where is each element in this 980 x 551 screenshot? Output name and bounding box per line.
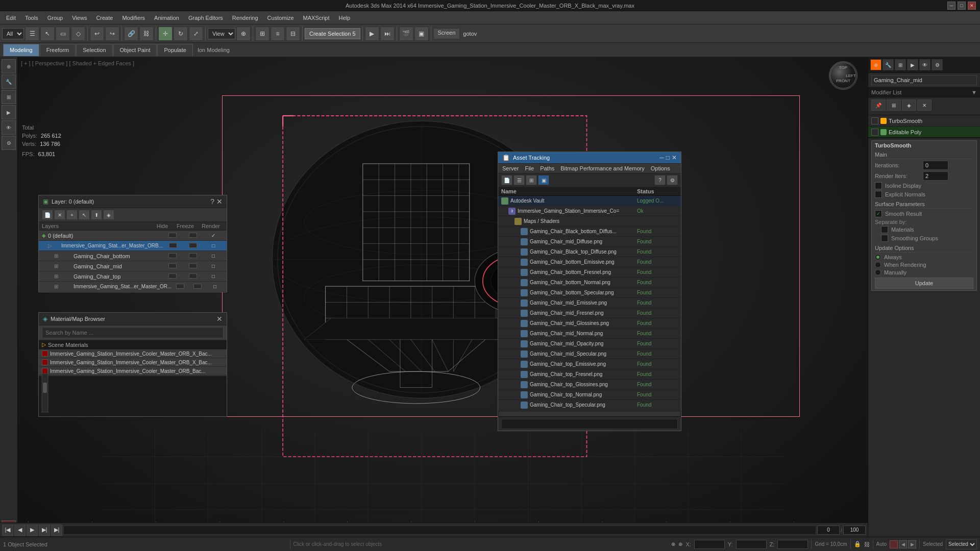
- menu-create[interactable]: Create: [92, 14, 117, 22]
- menu-rendering[interactable]: Rendering: [228, 14, 262, 22]
- time-slider[interactable]: [63, 525, 816, 535]
- modifier-turbosmooth[interactable]: TurboSmooth: [868, 115, 980, 127]
- next-key-btn[interactable]: ▶: [908, 540, 916, 548]
- asset-row-maps[interactable]: Maps / Shaders: [498, 216, 681, 227]
- freeze-check-3[interactable]: [189, 263, 197, 268]
- make-unique-btn[interactable]: ◈: [902, 99, 916, 111]
- x-coord-input[interactable]: [694, 540, 725, 549]
- undo-btn[interactable]: ↩: [90, 27, 104, 41]
- freeze-check-2[interactable]: [189, 253, 197, 258]
- y-coord-input[interactable]: [736, 540, 767, 549]
- asset-minimize-btn[interactable]: ─: [659, 154, 664, 161]
- menu-edit[interactable]: Edit: [2, 14, 20, 22]
- layer-help-btn[interactable]: ?: [210, 197, 214, 206]
- layer-row-1[interactable]: ▷ Immersive_Gaming_Stat...er_Master_ORB.…: [39, 241, 227, 251]
- remove-modifier-btn[interactable]: ✕: [917, 99, 932, 111]
- menu-tools[interactable]: Tools: [21, 14, 42, 22]
- menu-modifiers[interactable]: Modifiers: [118, 14, 149, 22]
- pivot-btn[interactable]: ⊕: [236, 27, 251, 41]
- editable-poly-enable-check[interactable]: [871, 129, 878, 136]
- asset-details-btn[interactable]: ⊞: [526, 175, 537, 185]
- material-item-1[interactable]: Immersive_Gaming_Station_Immersive_Coole…: [39, 358, 227, 367]
- layer-row-4[interactable]: ⊞ Gaming_Chair_top □: [39, 271, 227, 282]
- menu-animation[interactable]: Animation: [150, 14, 183, 22]
- render-btn[interactable]: ▣: [414, 27, 429, 41]
- layer-new-btn[interactable]: 📄: [42, 210, 53, 220]
- nav-cube[interactable]: TOP FRONT LEFT: [829, 61, 862, 94]
- iterations-input[interactable]: [923, 161, 948, 170]
- hide-check-3[interactable]: [168, 263, 177, 268]
- layer-close-btn[interactable]: ✕: [216, 197, 223, 206]
- quick-align-btn[interactable]: ⊟: [286, 27, 300, 41]
- material-scroll-btn[interactable]: [41, 372, 49, 414]
- hide-check-2[interactable]: [168, 253, 177, 258]
- material-item-2[interactable]: Immersive_Gaming_Station_Immersive_Coole…: [39, 367, 227, 375]
- always-radio[interactable]: [875, 254, 881, 260]
- asset-menu-paths[interactable]: Paths: [539, 165, 555, 172]
- tab-freeform[interactable]: Freeform: [40, 44, 76, 56]
- render-check-4[interactable]: □: [212, 273, 215, 279]
- layer-row-3[interactable]: ⊞ Gaming_Chair_mid □: [39, 261, 227, 271]
- layer-add-btn[interactable]: +: [66, 210, 78, 220]
- asset-row-vault[interactable]: Autodesk Vault Logged O...: [498, 196, 681, 206]
- asset-row-f12[interactable]: Gaming_Chair_mid_Specular.png Found: [498, 349, 681, 359]
- asset-row-f16[interactable]: Gaming_Chair_top_Normal.png Found: [498, 390, 681, 400]
- link-btn[interactable]: 🔗: [124, 27, 138, 41]
- asset-row-f10[interactable]: Gaming_Chair_mid_Normal.png Found: [498, 329, 681, 339]
- redo-btn[interactable]: ↪: [105, 27, 119, 41]
- maximize-button[interactable]: □: [958, 2, 966, 10]
- render-check-5[interactable]: □: [213, 284, 216, 289]
- asset-path-input[interactable]: [501, 419, 678, 429]
- rotate-btn[interactable]: ↻: [174, 27, 188, 41]
- display-tab-btn[interactable]: 👁: [2, 120, 16, 135]
- asset-grid-btn[interactable]: ▣: [538, 175, 549, 185]
- display-panel-btn[interactable]: 👁: [919, 59, 930, 70]
- play-btn[interactable]: ▶: [365, 27, 379, 41]
- layer-select-btn[interactable]: ↖: [79, 210, 90, 220]
- asset-new-btn[interactable]: 📄: [501, 175, 512, 185]
- materials-checkbox[interactable]: [881, 226, 888, 233]
- menu-help[interactable]: Help: [335, 14, 355, 22]
- asset-menu-options[interactable]: Options: [650, 165, 671, 172]
- play-anim-btn[interactable]: ▶: [27, 524, 38, 536]
- isoline-checkbox[interactable]: [875, 182, 882, 189]
- asset-row-f3[interactable]: Gaming_Chair_bottom_Emissive.png Found: [498, 257, 681, 267]
- create-panel-btn[interactable]: ⊕: [870, 59, 881, 70]
- current-frame-input[interactable]: [817, 525, 840, 535]
- modifier-list-dropdown[interactable]: ▼: [971, 89, 977, 95]
- compass-sphere[interactable]: TOP FRONT LEFT: [829, 61, 857, 90]
- z-coord-input[interactable]: [777, 540, 808, 549]
- viewport-canvas[interactable]: [ + ] [ Perspective ] [ Shaded + Edged F…: [18, 57, 868, 537]
- hide-check-5[interactable]: [176, 284, 184, 289]
- asset-row-f17[interactable]: Gaming_Chair_top_Specular.png Found: [498, 400, 681, 410]
- unlink-btn[interactable]: ⛓: [139, 27, 154, 41]
- asset-list-btn[interactable]: ☰: [513, 175, 525, 185]
- asset-row-f6[interactable]: Gaming_Chair_bottom_Specular.png Found: [498, 288, 681, 298]
- material-close-btn[interactable]: ✕: [216, 315, 223, 323]
- asset-menu-file[interactable]: File: [524, 165, 535, 172]
- asset-row-f9[interactable]: Gaming_Chair_mid_Glossines.png Found: [498, 318, 681, 329]
- asset-settings-btn[interactable]: ⚙: [667, 175, 678, 185]
- lock-icon[interactable]: 🔒: [854, 541, 861, 547]
- material-item-0[interactable]: Immersive_Gaming_Station_Immersive_Coole…: [39, 349, 227, 358]
- step-btn[interactable]: ⏭: [380, 27, 395, 41]
- asset-row-f11[interactable]: Gaming_Chair_mid_Opacity.png Found: [498, 339, 681, 349]
- prev-key-btn[interactable]: ◀: [899, 540, 907, 548]
- minimize-button[interactable]: ─: [947, 2, 955, 10]
- hierarchy-tab-btn[interactable]: ⊞: [2, 90, 16, 104]
- render-check-2[interactable]: □: [212, 253, 215, 259]
- asset-row-immersive[interactable]: 3 Immersive_Gaming_Station_Immersive_Co=…: [498, 206, 681, 216]
- screen-btn[interactable]: Screen: [433, 28, 460, 39]
- menu-graph-editors[interactable]: Graph Editors: [184, 14, 227, 22]
- when-rendering-radio[interactable]: [875, 262, 881, 268]
- asset-row-f2[interactable]: Gaming_Chair_Black_top_Diffuse.png Found: [498, 247, 681, 257]
- material-search-input[interactable]: [42, 327, 224, 338]
- layer-delete-btn[interactable]: ✕: [54, 210, 65, 220]
- smoothing-groups-checkbox[interactable]: [881, 235, 888, 242]
- select-by-name-btn[interactable]: ☰: [25, 27, 39, 41]
- go-end-btn[interactable]: ▶|: [51, 524, 62, 536]
- hide-check-0[interactable]: [168, 233, 177, 238]
- asset-row-f15[interactable]: Gaming_Chair_top_Glossines.png Found: [498, 380, 681, 390]
- select-lasso-btn[interactable]: ◇: [71, 27, 85, 41]
- select-all-dropdown[interactable]: All: [2, 28, 24, 39]
